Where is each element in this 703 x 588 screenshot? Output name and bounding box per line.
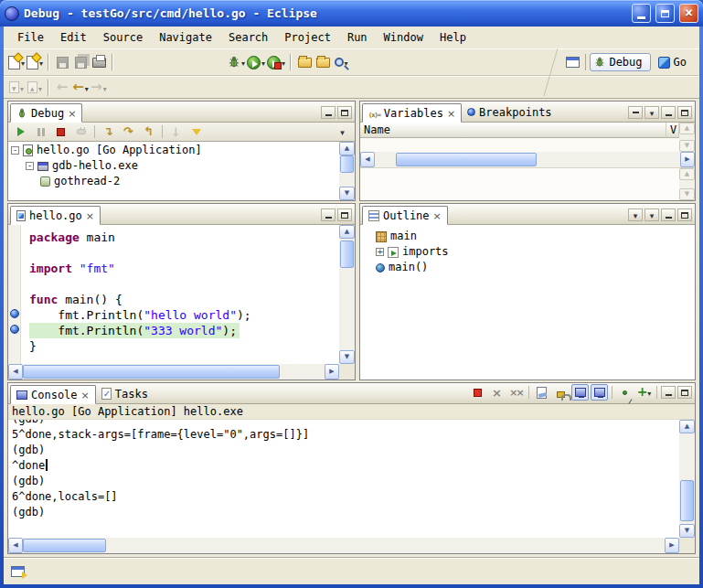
external-tools-button[interactable] <box>266 52 286 72</box>
editor-horizontal-scrollbar[interactable] <box>8 364 339 380</box>
breakpoint-marker[interactable] <box>10 325 19 334</box>
scroll-left-icon[interactable] <box>360 152 375 167</box>
minimize-view-button[interactable] <box>661 386 676 399</box>
code-line[interactable] <box>29 276 339 292</box>
open-folder-button[interactable] <box>295 52 314 72</box>
column-header-value[interactable]: V <box>666 123 679 138</box>
last-edit-location-button[interactable] <box>53 78 71 98</box>
close-icon[interactable] <box>86 209 94 222</box>
code-line[interactable]: func main() { <box>29 292 339 307</box>
variables-table-area[interactable]: Name V <box>360 123 695 200</box>
scroll-right-icon[interactable] <box>665 538 679 553</box>
show-stderr-button[interactable] <box>591 384 608 401</box>
view-menu-button[interactable] <box>644 106 659 119</box>
scroll-lock-button[interactable] <box>552 384 570 401</box>
menu-edit[interactable]: Edit <box>52 28 95 47</box>
back-button[interactable] <box>71 78 90 98</box>
outline-tree-area[interactable]: main+importsmain() <box>360 225 695 380</box>
minimize-view-button[interactable] <box>661 208 676 221</box>
window-minimize-button[interactable] <box>632 4 651 23</box>
tab-console[interactable]: Console <box>10 385 96 404</box>
close-icon[interactable] <box>447 107 455 120</box>
view-menu-button[interactable] <box>334 124 351 140</box>
titlebar[interactable]: Debug - testGo/src/cmd/hello.go - Eclips… <box>0 0 703 27</box>
tree-item[interactable]: main() <box>373 260 695 275</box>
tab-tasks[interactable]: Tasks <box>96 384 154 403</box>
step-filters-button[interactable] <box>187 124 205 140</box>
suspend-button[interactable] <box>32 124 49 140</box>
editor-vertical-scrollbar[interactable] <box>339 225 355 364</box>
perspective-debug-button[interactable]: Debug <box>590 53 650 71</box>
scroll-down-icon[interactable] <box>339 350 355 364</box>
menu-source[interactable]: Source <box>95 28 151 47</box>
tree-item[interactable]: -gdb-hello.exe <box>8 158 355 174</box>
next-annotation-button[interactable] <box>7 78 26 98</box>
minimize-view-button[interactable] <box>321 106 336 119</box>
code-line[interactable]: fmt.Println("333 world"); <box>29 323 339 338</box>
maximize-view-button[interactable] <box>337 106 352 119</box>
scroll-up-icon[interactable] <box>339 142 355 155</box>
show-stdout-button[interactable] <box>571 384 589 401</box>
open-console-button[interactable] <box>635 384 653 401</box>
menu-project[interactable]: Project <box>276 28 339 47</box>
tab-variables[interactable]: Variables <box>362 103 462 123</box>
column-header-name[interactable]: Name <box>360 123 666 138</box>
fast-view-icon[interactable] <box>11 566 25 577</box>
tree-expander-icon[interactable]: - <box>11 146 19 155</box>
remove-all-launches-button[interactable] <box>507 384 525 401</box>
tab-hello-go[interactable]: hello.go <box>10 206 101 225</box>
clear-console-button[interactable] <box>533 384 550 401</box>
scroll-down-icon[interactable] <box>679 524 695 538</box>
debug-vertical-scrollbar[interactable] <box>339 142 355 200</box>
close-icon[interactable] <box>81 389 90 401</box>
search-button[interactable] <box>332 52 350 72</box>
run-button[interactable] <box>246 52 266 72</box>
view-menu-button[interactable] <box>644 208 659 221</box>
code-editor-area[interactable]: package main import "fmt" func main() { … <box>22 225 339 364</box>
window-maximize-button[interactable] <box>655 4 675 23</box>
code-line[interactable]: } <box>29 338 339 354</box>
forward-button[interactable] <box>90 78 108 98</box>
new-wizard-button[interactable] <box>7 52 26 72</box>
dropdown-arrow-icon[interactable] <box>647 386 651 399</box>
code-line[interactable]: import "fmt" <box>29 261 339 276</box>
variables-table-empty[interactable] <box>360 138 679 152</box>
menu-file[interactable]: File <box>9 28 52 47</box>
annotation-ruler[interactable] <box>8 225 21 364</box>
step-over-button[interactable] <box>120 124 137 140</box>
perspective-go-button[interactable]: Go <box>655 54 694 70</box>
save-all-button[interactable] <box>71 52 90 72</box>
scroll-down-icon[interactable] <box>339 187 355 200</box>
menu-help[interactable]: Help <box>431 28 474 47</box>
dropdown-arrow-icon[interactable] <box>282 56 285 69</box>
scroll-left-icon[interactable] <box>8 538 23 553</box>
maximize-view-button[interactable] <box>677 386 692 399</box>
print-button[interactable] <box>90 52 108 72</box>
tree-expander-icon[interactable]: + <box>376 248 384 256</box>
scroll-up-icon[interactable] <box>339 225 355 239</box>
variables-horizontal-scrollbar[interactable] <box>360 152 695 167</box>
resume-button[interactable] <box>12 124 29 140</box>
tab-debug[interactable]: Debug <box>10 103 82 123</box>
maximize-view-button[interactable] <box>677 208 692 221</box>
close-icon[interactable] <box>68 107 76 120</box>
open-resource-button[interactable] <box>314 52 332 72</box>
tab-outline[interactable]: Outline <box>362 206 448 225</box>
window-close-button[interactable] <box>679 4 698 23</box>
debug-tree-area[interactable]: -hello.go [Go Application]-gdb-hello.exe… <box>8 142 355 200</box>
terminate-button[interactable] <box>52 124 69 140</box>
variables-vertical-scrollbar[interactable] <box>679 123 695 152</box>
scroll-up-icon[interactable] <box>679 420 695 433</box>
tree-item[interactable]: +imports <box>373 244 695 260</box>
tree-item[interactable]: gothread-2 <box>8 174 355 189</box>
menu-run[interactable]: Run <box>339 28 376 47</box>
console-vertical-scrollbar[interactable] <box>679 420 695 538</box>
dropdown-arrow-icon[interactable] <box>85 81 89 94</box>
collapse-all-button[interactable] <box>628 106 643 119</box>
tree-item[interactable]: main <box>373 229 695 244</box>
code-line[interactable] <box>29 245 339 261</box>
debug-button[interactable] <box>227 52 246 72</box>
minimize-view-button[interactable] <box>661 106 676 119</box>
code-line[interactable]: fmt.Println("hello world"); <box>29 307 339 323</box>
remove-launch-button[interactable] <box>488 384 506 401</box>
